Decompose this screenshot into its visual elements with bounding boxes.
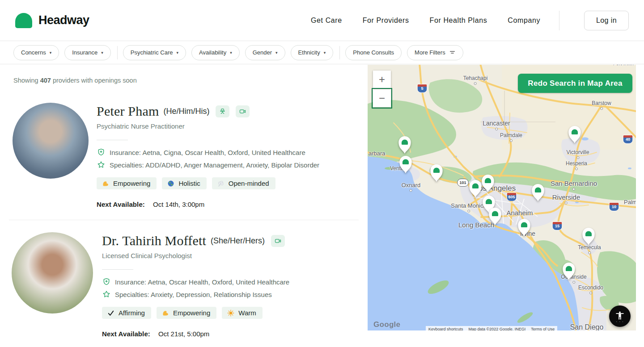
star-icon (102, 290, 111, 299)
specialties-label: Specialties: (115, 291, 149, 298)
provider-name: Peter Pham (97, 104, 159, 119)
specialties-label: Specialties: (110, 161, 144, 169)
redo-search-button[interactable]: Redo Search in Map Area (518, 74, 632, 93)
filter-insurance[interactable]: Insurance▾ (64, 45, 111, 60)
map-pin[interactable] (581, 226, 596, 248)
filter-gender[interactable]: Gender▾ (245, 45, 285, 60)
map-panel[interactable]: TehachapiFort IrwinBarstowLancasterPalmd… (368, 65, 636, 330)
insurance-list: Aetna, Cigna, Oscar Health, Oxford, Unit… (142, 149, 305, 156)
map-pin[interactable] (429, 163, 444, 184)
headway-logo[interactable]: Headway (15, 13, 89, 28)
card-separator (9, 220, 359, 220)
specialties-row: Specialties: ADD/ADHD, Anger Management,… (97, 160, 319, 169)
brand-name: Headway (38, 13, 89, 27)
accessibility-button[interactable]: · · · (609, 305, 631, 327)
main-nav: Get Care For Providers For Health Plans … (290, 11, 629, 30)
accessibility-person-icon (614, 310, 625, 321)
results-suffix: providers with openings soon (53, 77, 137, 84)
chevron-down-icon: ▾ (324, 50, 326, 55)
filter-availability[interactable]: Availability▾ (191, 45, 240, 60)
provider-card-peter-pham[interactable]: Peter Pham (He/Him/His) Psychiatric Nurs… (0, 103, 368, 208)
map-pin[interactable] (561, 261, 576, 283)
trait-open-minded: Open-minded (212, 177, 275, 189)
filter-label: Psychiatric Care (131, 49, 173, 56)
specialties-row: Specialties: Anxiety, Depression, Relati… (102, 290, 289, 299)
trait-empowering: Empowering (97, 177, 157, 189)
map-pin[interactable] (530, 183, 546, 204)
provider-avatar (12, 232, 93, 314)
provider-title: Psychiatric Nurse Practitioner (97, 122, 319, 130)
provider-name: Dr. Tahirih Moffett (102, 233, 206, 248)
login-button[interactable]: Log in (584, 11, 629, 30)
next-available-row: Next Available: Oct 21st, 5:00pm (102, 330, 289, 338)
results-count-line: Showing 407 providers with openings soon (13, 77, 368, 84)
nav-company[interactable]: Company (508, 17, 540, 25)
filter-psychiatric-care[interactable]: Psychiatric Care▾ (123, 45, 186, 60)
provider-results-panel: Showing 407 providers with openings soon… (0, 64, 368, 347)
google-logo[interactable]: Google (373, 320, 400, 329)
map-attribution: Keyboard shortcuts Map data ©2022 Google… (426, 326, 557, 330)
next-available-value: Oct 14th, 3:00pm (153, 201, 204, 208)
map-pin[interactable] (397, 135, 412, 156)
next-available-row: Next Available: Oct 14th, 3:00pm (97, 201, 319, 208)
trait-label: Empowering (173, 309, 210, 317)
filter-label: More Filters (415, 49, 445, 56)
specialties-list: Anxiety, Depression, Relationship Issues (151, 291, 272, 298)
check-icon (107, 309, 114, 317)
map-pin[interactable] (398, 155, 413, 176)
accessibility-dots: · · · (616, 321, 623, 322)
filter-bar: Concerns▾ Insurance▾ Psychiatric Care▾ A… (0, 41, 644, 64)
zoom-out-button[interactable]: − (373, 89, 391, 107)
specialties-list: ADD/ADHD, Anger Management, Anxiety, Bip… (145, 161, 319, 169)
map-pin[interactable] (567, 125, 582, 146)
filter-phone-consults[interactable]: Phone Consults (345, 45, 402, 60)
trait-affirming: Affirming (102, 307, 151, 319)
filter-label: Insurance (72, 49, 97, 56)
globe-icon (167, 180, 174, 187)
results-prefix: Showing (13, 77, 38, 84)
insurance-label: Insurance: (110, 149, 141, 156)
map-pin[interactable] (517, 217, 532, 239)
muscle-icon (102, 180, 109, 187)
shield-plus-icon (97, 148, 106, 157)
provider-card-body: Peter Pham (He/Him/His) Psychiatric Nurs… (97, 103, 319, 208)
terms-of-use-link[interactable]: Terms of Use (528, 326, 557, 330)
zoom-in-button[interactable]: + (373, 71, 391, 88)
filter-more-filters[interactable]: More Filters (407, 45, 463, 60)
nav-for-health-plans[interactable]: For Health Plans (430, 17, 487, 25)
trait-pills: Empowering Holistic Open-minded (97, 177, 319, 189)
provider-title: Licensed Clinical Psychologist (102, 252, 289, 259)
map-pin[interactable] (487, 206, 503, 228)
filter-group-divider (117, 46, 118, 59)
map-canvas (368, 65, 636, 330)
map-zoom-controls: + − (373, 71, 391, 107)
filter-label: Concerns (21, 49, 46, 56)
video-session-icon (271, 235, 285, 247)
nav-get-care[interactable]: Get Care (311, 17, 342, 25)
provider-card-tahirih-moffett[interactable]: Dr. Tahirih Moffett (She/Her/Hers) Licen… (0, 232, 368, 338)
trait-warm: Warm (222, 307, 262, 319)
map-pin[interactable] (480, 173, 496, 195)
nav-divider (559, 11, 559, 30)
provider-pronouns: (She/Her/Hers) (211, 236, 265, 246)
next-available-label: Next Available: (97, 201, 145, 208)
keyboard-shortcuts-link[interactable]: Keyboard shortcuts (426, 326, 466, 330)
map-data-credit: Map data ©2022 Google, INEGI (466, 326, 529, 330)
insurance-row: Insurance: Aetna, Oscar Health, Oxford, … (102, 277, 289, 286)
filter-concerns[interactable]: Concerns▾ (13, 45, 59, 60)
nav-for-providers[interactable]: For Providers (363, 17, 409, 25)
chevron-down-icon: ▾ (176, 50, 178, 55)
chevron-down-icon: ▾ (50, 50, 52, 55)
video-session-icon (236, 105, 250, 117)
filter-ethnicity[interactable]: Ethnicity▾ (291, 45, 334, 60)
headway-logo-mark-icon (15, 13, 32, 28)
trait-holistic: Holistic (162, 177, 206, 189)
shield-plus-icon (102, 277, 111, 286)
filter-label: Phone Consults (353, 49, 394, 56)
trait-label: Empowering (113, 180, 150, 187)
insurance-label: Insurance: (115, 278, 146, 286)
provider-pronouns: (He/Him/His) (163, 107, 209, 116)
divider (102, 269, 133, 270)
chevron-down-icon: ▾ (230, 50, 232, 55)
muscle-icon (162, 309, 169, 317)
